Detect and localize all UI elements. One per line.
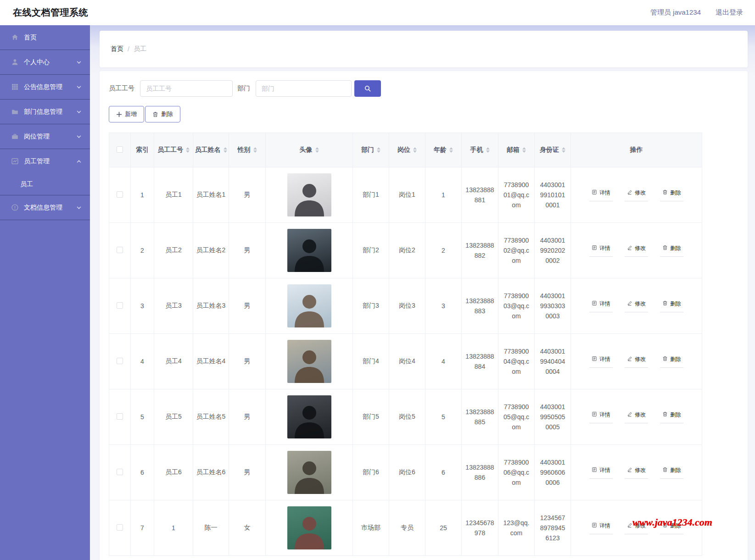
- edit-action[interactable]: 修改: [625, 300, 648, 312]
- breadcrumb-home[interactable]: 首页: [111, 45, 123, 53]
- delete-icon: [662, 467, 668, 472]
- sort-icon[interactable]: [377, 147, 380, 153]
- detail-action[interactable]: 详情: [589, 466, 613, 479]
- sidebar-subitem-employee-list[interactable]: 员工: [0, 173, 90, 195]
- cell-actions: 详情修改删除: [571, 389, 702, 445]
- sidebar-item-profile[interactable]: 个人中心: [0, 50, 90, 74]
- detail-action[interactable]: 详情: [589, 244, 613, 257]
- sort-icon[interactable]: [562, 147, 565, 153]
- breadcrumb: 首页 / 员工: [100, 31, 748, 67]
- column-header-age[interactable]: 年龄: [425, 133, 462, 167]
- row-checkbox[interactable]: [117, 358, 123, 364]
- cell-id-card: 440300199303030003: [535, 278, 571, 334]
- search-button[interactable]: [354, 80, 381, 97]
- employee-table: 索引员工工号员工姓名性别头像部门岗位年龄手机邮箱身份证操作1员工1员工姓名1男部…: [109, 133, 702, 556]
- edit-action[interactable]: 修改: [625, 189, 648, 201]
- sidebar-item-employee[interactable]: 员工管理: [0, 149, 90, 173]
- detail-action[interactable]: 详情: [589, 355, 613, 368]
- delete-action[interactable]: 删除: [660, 300, 683, 312]
- edit-icon: [627, 245, 632, 250]
- breadcrumb-current: 员工: [134, 45, 146, 53]
- sort-icon[interactable]: [522, 147, 526, 153]
- table-row: 6员工6员工姓名6男部门6岗位6613823888886773890006@qq…: [109, 445, 702, 500]
- sidebar-item-document[interactable]: 文档信息管理: [0, 195, 90, 220]
- column-header-post[interactable]: 岗位: [389, 133, 425, 167]
- sort-icon[interactable]: [449, 147, 453, 153]
- delete-action[interactable]: 删除: [660, 189, 683, 201]
- cell-emp-no: 员工5: [154, 389, 193, 445]
- cell-phone: 13823888881: [462, 167, 498, 223]
- sidebar-item-notice[interactable]: 公告信息管理: [0, 75, 90, 99]
- sort-icon[interactable]: [253, 147, 257, 153]
- cell-emp-no: 员工6: [154, 445, 193, 500]
- edit-action[interactable]: 修改: [625, 355, 648, 368]
- cell-email: 773890001@qq.com: [498, 167, 535, 223]
- add-button[interactable]: 新增: [109, 106, 144, 122]
- chevron-down-icon: [76, 205, 82, 211]
- sort-icon[interactable]: [413, 147, 417, 153]
- sidebar-item-label: 首页: [24, 33, 37, 42]
- delete-action[interactable]: 删除: [660, 355, 683, 368]
- delete-action[interactable]: 删除: [660, 411, 683, 423]
- chevron-down-icon: [76, 134, 82, 139]
- row-checkbox[interactable]: [117, 413, 123, 420]
- home-icon: [11, 33, 19, 41]
- cell-index: 3: [131, 278, 154, 334]
- sort-icon[interactable]: [315, 147, 319, 153]
- cell-phone: 13823888883: [462, 278, 498, 334]
- cell-index: 4: [131, 334, 154, 389]
- sidebar-item-post[interactable]: 岗位管理: [0, 124, 90, 149]
- chevron-down-icon: [76, 60, 82, 65]
- column-header-emp-no[interactable]: 员工工号: [154, 133, 193, 167]
- row-checkbox[interactable]: [117, 469, 123, 475]
- detail-icon: [592, 467, 597, 472]
- cell-age: 3: [425, 278, 462, 334]
- edit-action[interactable]: 修改: [625, 466, 648, 479]
- cell-phone: 13823888885: [462, 389, 498, 445]
- sort-icon[interactable]: [186, 147, 190, 153]
- edit-action[interactable]: 修改: [625, 244, 648, 257]
- row-checkbox[interactable]: [117, 191, 123, 198]
- column-header-id-card[interactable]: 身份证: [535, 133, 571, 167]
- dept-label: 部门: [237, 84, 250, 93]
- cell-post: 岗位6: [389, 445, 425, 500]
- sidebar-item-home[interactable]: 首页: [0, 25, 90, 50]
- column-header-name[interactable]: 员工姓名: [193, 133, 229, 167]
- column-header-gender[interactable]: 性别: [229, 133, 266, 167]
- cell-post: 专员: [389, 500, 425, 556]
- emp-no-input[interactable]: [140, 80, 233, 97]
- detail-action[interactable]: 详情: [589, 300, 613, 312]
- column-header-avatar[interactable]: 头像: [266, 133, 353, 167]
- cell-name: 员工姓名1: [193, 167, 229, 223]
- detail-action[interactable]: 详情: [589, 189, 613, 201]
- row-checkbox[interactable]: [117, 302, 123, 309]
- sort-icon[interactable]: [486, 147, 490, 153]
- row-checkbox[interactable]: [117, 247, 123, 253]
- column-header-email[interactable]: 邮箱: [498, 133, 535, 167]
- content-card: 员工工号 部门 新增: [100, 71, 748, 560]
- sidebar-item-department[interactable]: 部门信息管理: [0, 100, 90, 124]
- row-checkbox[interactable]: [117, 524, 123, 531]
- cell-gender: 男: [229, 167, 266, 223]
- avatar: [287, 395, 331, 438]
- detail-action[interactable]: 详情: [589, 522, 613, 534]
- admin-user-link[interactable]: 管理员 java1234: [650, 8, 701, 17]
- cell-avatar: [266, 278, 353, 334]
- table-row: 2员工2员工姓名2男部门2岗位2213823888882773890002@qq…: [109, 223, 702, 278]
- chevron-down-icon: [76, 84, 82, 90]
- select-all-checkbox[interactable]: [117, 146, 123, 153]
- edit-action[interactable]: 修改: [625, 411, 648, 423]
- cell-phone: 12345678978: [462, 500, 498, 556]
- column-header-index: 索引: [131, 133, 154, 167]
- logout-link[interactable]: 退出登录: [716, 8, 743, 17]
- cell-emp-no: 员工4: [154, 334, 193, 389]
- dept-input[interactable]: [256, 80, 352, 97]
- delete-action[interactable]: 删除: [660, 466, 683, 479]
- edit-icon: [627, 522, 632, 528]
- delete-action[interactable]: 删除: [660, 244, 683, 257]
- delete-button[interactable]: 删除: [145, 106, 180, 122]
- sort-icon[interactable]: [224, 147, 227, 153]
- column-header-phone[interactable]: 手机: [462, 133, 498, 167]
- detail-action[interactable]: 详情: [589, 411, 613, 423]
- column-header-dept[interactable]: 部门: [353, 133, 389, 167]
